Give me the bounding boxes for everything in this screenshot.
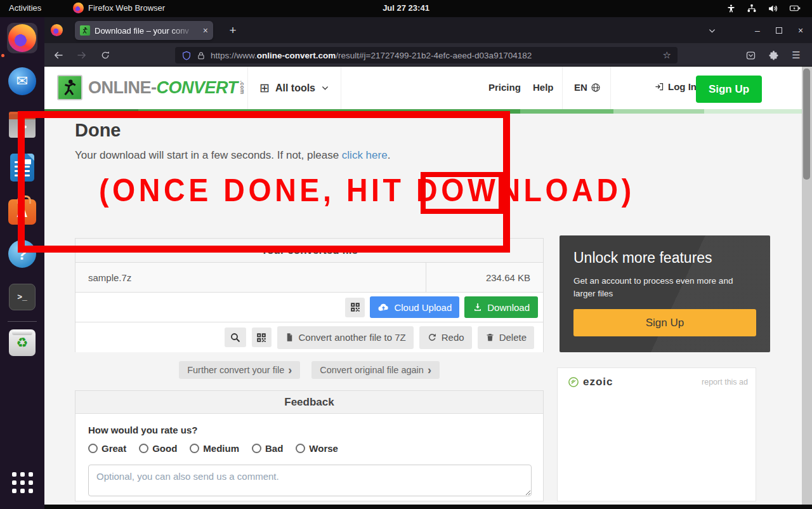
qr-code-button[interactable] xyxy=(252,327,272,347)
further-actions: Further convert your file› Convert origi… xyxy=(75,361,544,379)
list-all-tabs-icon[interactable] xyxy=(704,23,719,38)
bookmark-star-icon[interactable]: ☆ xyxy=(663,50,671,61)
clock[interactable]: Jul 27 23:41 xyxy=(383,3,429,13)
pocket-icon[interactable] xyxy=(742,47,759,63)
rating-option-medium[interactable]: Medium xyxy=(190,443,239,454)
all-tools-menu[interactable]: ⊞ All tools xyxy=(247,67,341,109)
firefox-icon xyxy=(51,24,63,36)
tab-title: Download file – your conv xyxy=(95,26,199,36)
firefox-icon xyxy=(73,3,84,13)
dock-help-icon[interactable]: ? xyxy=(7,239,37,269)
login-link[interactable]: Log In xyxy=(655,81,697,92)
feedback-header: Feedback xyxy=(75,391,543,414)
network-icon[interactable] xyxy=(747,3,757,14)
download-button[interactable]: Download xyxy=(464,296,538,318)
file-row: sample.7z 234.64 KB xyxy=(75,263,543,292)
rating-option-good[interactable]: Good xyxy=(139,443,177,454)
header-signup-button[interactable]: Sign Up xyxy=(696,76,762,103)
promo-text: Get an account to process even more and … xyxy=(573,275,756,300)
delete-button[interactable]: Delete xyxy=(478,326,534,349)
focused-app-title: Firefox Web Browser xyxy=(88,3,165,13)
dock-files-icon[interactable] xyxy=(7,109,37,140)
window-maximize-button[interactable] xyxy=(771,23,787,38)
login-arrow-icon xyxy=(655,82,664,91)
redo-button[interactable]: Redo xyxy=(419,326,472,349)
convert-original-button[interactable]: Convert original file again› xyxy=(311,361,440,379)
dock: ✉ A ? >_ ♻ xyxy=(0,17,44,509)
unlock-features-card: Unlock more features Get an account to p… xyxy=(560,235,770,352)
scrollbar-thumb[interactable] xyxy=(803,69,810,180)
menu-hamburger-icon[interactable]: ☰ xyxy=(788,47,804,63)
click-here-link[interactable]: click here xyxy=(342,149,388,161)
radio-icon xyxy=(252,444,261,453)
sidebar-signup-button[interactable]: Sign Up xyxy=(573,309,756,336)
activities-button[interactable]: Activities xyxy=(9,3,41,13)
dock-thunderbird-icon[interactable]: ✉ xyxy=(7,66,37,96)
pricing-link[interactable]: Pricing xyxy=(488,82,521,93)
logo-text-com: .com xyxy=(239,81,246,95)
logo-figure-icon xyxy=(57,75,82,100)
comment-textarea[interactable] xyxy=(88,465,532,496)
rating-option-bad[interactable]: Bad xyxy=(252,443,283,454)
radio-icon xyxy=(190,444,199,453)
tools-grid-icon: ⊞ xyxy=(259,81,270,95)
help-link[interactable]: Help xyxy=(533,82,554,93)
globe-icon xyxy=(591,83,601,93)
back-icon[interactable] xyxy=(50,47,67,63)
extensions-puzzle-icon[interactable] xyxy=(765,47,782,63)
panel-header: Your converted file xyxy=(75,239,543,263)
trash-icon xyxy=(485,333,495,342)
accessibility-icon[interactable] xyxy=(726,3,736,13)
show-applications-icon[interactable] xyxy=(7,467,37,498)
file-size: 234.64 KB xyxy=(426,263,543,292)
cloud-upload-button[interactable]: Cloud Upload xyxy=(370,296,459,318)
tab-close-icon[interactable]: × xyxy=(203,25,208,36)
feedback-panel: Feedback How would you rate us? Great Go… xyxy=(75,390,544,501)
chevron-right-icon: › xyxy=(428,364,431,376)
dock-trash-icon[interactable]: ♻ xyxy=(7,327,37,358)
further-convert-button[interactable]: Further convert your file› xyxy=(179,361,300,379)
preview-search-button[interactable] xyxy=(225,327,246,347)
site-logo[interactable]: ONLINE-CONVERT .com xyxy=(57,75,246,100)
promo-title: Unlock more features xyxy=(573,249,756,267)
shield-icon[interactable] xyxy=(181,50,192,61)
browser-tab-bar: Download file – your conv × + – × xyxy=(44,17,812,43)
window-close-button[interactable]: × xyxy=(793,23,808,38)
lock-icon[interactable] xyxy=(197,50,206,61)
forward-icon[interactable] xyxy=(74,47,90,63)
language-selector[interactable]: EN xyxy=(574,82,601,93)
file-name: sample.7z xyxy=(75,263,426,292)
site-favicon xyxy=(80,25,90,36)
qr-code-button[interactable] xyxy=(345,298,365,317)
download-icon xyxy=(473,302,483,312)
ezoic-brand[interactable]: ezoic xyxy=(568,376,613,388)
ad-card: ezoic report this ad xyxy=(557,367,756,501)
browser-toolbar: https://www.online-convert.com/result#j=… xyxy=(44,43,812,67)
logo-text-online: ONLINE- xyxy=(88,78,157,98)
logo-text-convert: CONVERT xyxy=(157,78,238,98)
file-icon xyxy=(285,333,294,342)
rating-option-great[interactable]: Great xyxy=(88,443,126,454)
dock-terminal-icon[interactable]: >_ xyxy=(7,282,37,312)
rating-option-worse[interactable]: Worse xyxy=(296,443,338,454)
new-tab-button[interactable]: + xyxy=(225,22,241,39)
focused-app-menu[interactable]: Firefox Web Browser xyxy=(73,3,165,13)
dock-ubuntu-software-icon[interactable]: A xyxy=(7,195,37,226)
converted-file-panel: Your converted file sample.7z 234.64 KB … xyxy=(75,238,544,352)
page-scrollbar[interactable] xyxy=(802,67,812,509)
active-tab[interactable]: Download file – your conv × xyxy=(75,21,213,40)
cloud-icon xyxy=(377,301,390,314)
redo-icon xyxy=(427,333,437,343)
secondary-actions-row: Convert another file to 7Z Redo Delete xyxy=(75,322,543,352)
dock-firefox-icon[interactable] xyxy=(7,23,37,53)
convert-another-button[interactable]: Convert another file to 7Z xyxy=(277,326,414,349)
report-ad-link[interactable]: report this ad xyxy=(702,378,748,387)
reload-icon[interactable] xyxy=(97,47,114,63)
progress-accent-bar xyxy=(44,109,802,114)
window-minimize-button[interactable]: – xyxy=(750,23,765,38)
dock-libreoffice-icon[interactable] xyxy=(7,152,37,183)
battery-icon[interactable] xyxy=(789,3,801,14)
ezoic-icon xyxy=(568,376,579,388)
url-bar[interactable]: https://www.online-convert.com/result#j=… xyxy=(175,47,678,63)
volume-icon[interactable] xyxy=(768,3,778,13)
